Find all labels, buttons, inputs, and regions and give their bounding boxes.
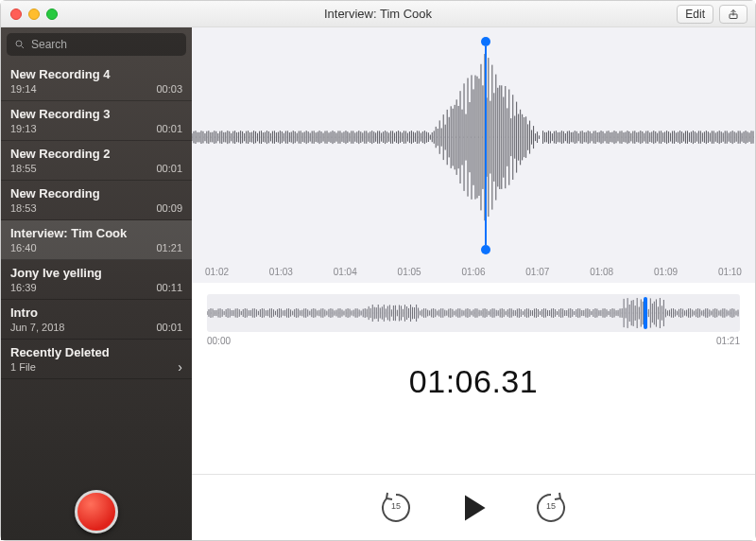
skip-forward-seconds: 15 <box>532 501 570 511</box>
recording-duration: 00:01 <box>156 123 182 134</box>
record-button[interactable] <box>75 490 118 533</box>
recently-deleted-item[interactable]: Recently Deleted1 File› <box>1 340 192 379</box>
recording-time: 19:13 <box>10 123 37 134</box>
recording-name: New Recording 2 <box>10 147 182 161</box>
waveform-overview[interactable]: 00:00 01:21 <box>207 294 740 346</box>
time-ruler: 01:0201:0301:0401:0501:0601:0701:0801:09… <box>192 267 755 277</box>
titlebar: Interview: Tim Cook Edit <box>1 1 755 27</box>
current-time-display: 01:06.31 <box>192 363 755 400</box>
chevron-right-icon: › <box>178 359 182 375</box>
recording-duration: 00:01 <box>156 322 182 333</box>
playhead[interactable] <box>485 46 487 245</box>
main-panel: 01:0201:0301:0401:0501:0601:0701:0801:09… <box>192 27 755 540</box>
ruler-tick: 01:02 <box>205 267 229 277</box>
recording-time: 19:14 <box>10 83 37 95</box>
ruler-tick: 01:05 <box>398 267 421 277</box>
svg-point-1 <box>16 41 22 46</box>
skip-back-button[interactable]: 15 <box>377 489 415 527</box>
recording-duration: 00:01 <box>156 163 182 174</box>
waveform-zoom-svg <box>192 27 755 283</box>
recordings-list: New Recording 419:1400:03New Recording 3… <box>1 61 192 483</box>
overview-cursor[interactable] <box>644 297 647 329</box>
recently-deleted-label: Recently Deleted <box>10 345 182 359</box>
overview-start: 00:00 <box>207 336 231 346</box>
recording-time: 18:53 <box>10 202 37 214</box>
recording-item[interactable]: New Recording 319:1300:01 <box>1 101 192 141</box>
ruler-tick: 01:04 <box>334 267 357 277</box>
skip-forward-button[interactable]: 15 <box>532 489 570 527</box>
play-button[interactable] <box>455 489 492 527</box>
overview-end: 01:21 <box>716 336 740 346</box>
recording-item[interactable]: New Recording 419:1400:03 <box>1 61 192 101</box>
ruler-tick: 01:08 <box>590 267 613 277</box>
ruler-tick: 01:09 <box>654 267 678 277</box>
recently-deleted-subtitle: 1 File <box>10 361 36 373</box>
window-title: Interview: Tim Cook <box>1 7 755 21</box>
ruler-tick: 01:06 <box>461 267 485 277</box>
waveform-zoomed[interactable]: 01:0201:0301:0401:0501:0601:0701:0801:09… <box>192 27 755 283</box>
recording-time: Jun 7, 2018 <box>10 322 65 333</box>
ruler-tick: 01:07 <box>525 267 549 277</box>
recording-name: Intro <box>10 305 182 320</box>
recording-item[interactable]: Interview: Tim Cook16:4001:21 <box>1 220 192 260</box>
ruler-tick: 01:10 <box>718 267 742 277</box>
recording-time: 16:39 <box>10 282 37 293</box>
search-icon <box>14 39 26 50</box>
skip-back-seconds: 15 <box>377 501 415 511</box>
recording-time: 18:55 <box>10 163 37 174</box>
search-input[interactable]: Search <box>7 33 186 56</box>
recording-duration: 00:03 <box>156 83 182 95</box>
recording-item[interactable]: Jony Ive yelling16:3900:11 <box>1 260 192 300</box>
recording-name: Interview: Tim Cook <box>10 226 182 240</box>
search-placeholder: Search <box>31 38 67 51</box>
recording-item[interactable]: New Recording18:5300:09 <box>1 181 192 220</box>
sidebar: Search New Recording 419:1400:03New Reco… <box>1 27 192 540</box>
ruler-tick: 01:03 <box>269 267 293 277</box>
recording-name: New Recording 4 <box>10 67 182 81</box>
play-icon <box>456 491 490 525</box>
recording-name: Jony Ive yelling <box>10 266 182 280</box>
recording-duration: 00:11 <box>156 282 182 293</box>
recording-duration: 01:21 <box>156 242 182 253</box>
svg-marker-5 <box>465 495 486 520</box>
recording-item[interactable]: New Recording 218:5500:01 <box>1 141 192 181</box>
recording-item[interactable]: IntroJun 7, 201800:01 <box>1 300 192 340</box>
recording-duration: 00:09 <box>156 202 182 214</box>
playback-controls: 15 15 <box>192 474 755 540</box>
recording-time: 16:40 <box>10 242 37 253</box>
svg-line-2 <box>22 46 25 49</box>
recording-name: New Recording 3 <box>10 107 182 121</box>
waveform-overview-svg <box>207 294 740 332</box>
recording-name: New Recording <box>10 186 182 201</box>
